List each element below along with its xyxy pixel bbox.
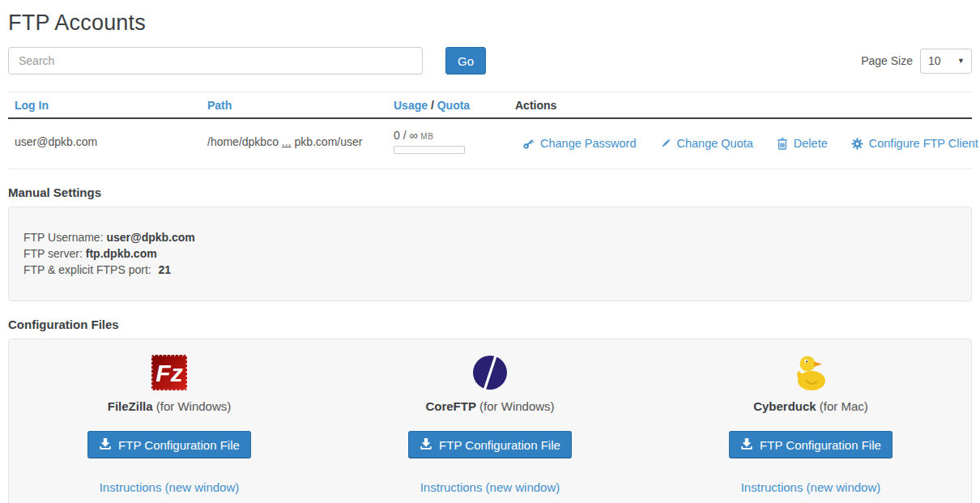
change-quota-link[interactable]: Change Quota [660,137,753,150]
pencil-icon [660,138,671,149]
key-icon [522,138,535,150]
coreftp-config-file-label: FTP Configuration File [439,438,560,452]
coreftp-instructions-link[interactable]: Instructions (new window) [420,480,560,494]
sort-quota-link[interactable]: Quota [437,99,470,112]
page-size-select[interactable]: 10 ▼ [920,49,972,74]
ftp-server-line: FTP server: ftp.dpkb.com [23,245,957,262]
delete-link[interactable]: Delete [777,137,828,150]
sort-path-link[interactable]: Path [207,99,232,112]
manual-settings-box: FTP Username: user@dpkb.com FTP server: … [8,207,972,301]
coreftp-icon [471,353,509,392]
quota-progress-bar [394,146,465,154]
column-header-usage-quota[interactable]: Usage / Quota [387,92,509,117]
svg-text:Fz: Fz [156,360,182,386]
change-password-label: Change Password [540,137,637,150]
filezilla-label: FileZilla (for Windows) [108,399,232,413]
usage-unit: MB [420,132,433,141]
sort-usage-link[interactable]: Usage [394,99,428,112]
table-header-row: Log In Path Usage / Quota Actions [8,92,972,119]
ftp-accounts-table: Log In Path Usage / Quota Actions user@d… [8,92,972,169]
path-expand-ellipsis[interactable]: ... [282,135,292,148]
filezilla-platform: (for Windows) [153,399,232,413]
change-password-link[interactable]: Change Password [522,137,637,150]
coreftp-name: CoreFTP [425,399,476,413]
path-cell: /home/dpkbco ... pkb.com/user [201,119,387,168]
cyberduck-instructions-link[interactable]: Instructions (new window) [741,480,881,494]
cyberduck-label: Cyberduck (for Mac) [753,399,868,413]
column-header-login[interactable]: Log In [8,92,201,117]
path-suffix: pkb.com/user [292,135,363,148]
cyberduck-name: Cyberduck [753,399,816,413]
search-input[interactable] [8,47,423,75]
trash-icon [777,138,788,150]
cyberduck-icon [791,353,830,392]
go-button[interactable]: Go [445,47,486,75]
cyberduck-config-file-button[interactable]: FTP Configuration File [729,431,893,458]
configure-ftp-client-label: Configure FTP Client [869,137,978,150]
sort-login-link[interactable]: Log In [15,99,49,112]
chevron-down-icon: ▼ [957,57,965,65]
ftp-server-label: FTP server: [23,247,86,260]
page-size-control: Page Size 10 ▼ [861,49,972,74]
path-prefix: /home/dpkbco [207,135,282,148]
coreftp-column: CoreFTP (for Windows) FTP Configuration … [330,353,650,494]
login-cell: user@dpkb.com [8,119,201,168]
usage-value: 0 / ∞ [394,129,417,142]
column-header-path[interactable]: Path [201,92,387,117]
filezilla-icon: Fz [150,353,189,392]
cyberduck-column: Cyberduck (for Mac) FTP Configuration Fi… [650,353,971,494]
ftp-port-label: FTP & explicit FTPS port: [23,263,155,276]
ftp-accounts-page: FTP Accounts Go Page Size 10 ▼ Log In Pa… [0,0,980,503]
filezilla-config-file-button[interactable]: FTP Configuration File [87,431,251,458]
ftp-username-value: user@dpkb.com [106,231,194,244]
toolbar: Go Page Size 10 ▼ [8,47,972,75]
filezilla-config-file-label: FTP Configuration File [118,438,240,452]
coreftp-platform: (for Windows) [476,399,555,413]
coreftp-config-file-button[interactable]: FTP Configuration File [408,431,572,458]
configuration-files-heading: Configuration Files [8,318,972,331]
ftp-username-line: FTP Username: user@dpkb.com [23,229,957,245]
filezilla-instructions-link[interactable]: Instructions (new window) [100,480,240,494]
table-row: user@dpkb.com /home/dpkbco ... pkb.com/u… [8,119,972,169]
page-title: FTP Accounts [8,0,972,36]
ftp-port-line: FTP & explicit FTPS port: 21 [23,262,957,278]
ftp-port-value: 21 [159,263,172,276]
ftp-username-label: FTP Username: [23,231,106,244]
delete-label: Delete [794,137,828,150]
filezilla-name: FileZilla [108,399,153,413]
usage-quota-cell: 0 / ∞ MB [387,119,509,168]
filezilla-column: Fz FileZilla (for Windows) FTP Configura… [9,353,330,494]
actions-cell: Change Password Change Quota [509,119,978,168]
gear-icon [851,138,863,150]
coreftp-label: CoreFTP (for Windows) [425,399,554,413]
column-header-actions: Actions [509,92,972,117]
cyberduck-config-file-label: FTP Configuration File [760,438,881,452]
usage-quota-separator: / [431,99,434,112]
download-icon [420,437,432,453]
page-size-value: 10 [928,54,941,67]
cyberduck-platform: (for Mac) [816,399,868,413]
download-icon [740,437,753,453]
ftp-server-value: ftp.dpkb.com [86,247,157,260]
manual-settings-heading: Manual Settings [8,185,972,199]
configure-ftp-client-link[interactable]: Configure FTP Client [851,137,978,150]
download-icon [99,437,112,453]
page-size-label: Page Size [861,54,913,67]
change-quota-label: Change Quota [677,137,753,150]
configuration-files-box: Fz FileZilla (for Windows) FTP Configura… [8,339,972,503]
